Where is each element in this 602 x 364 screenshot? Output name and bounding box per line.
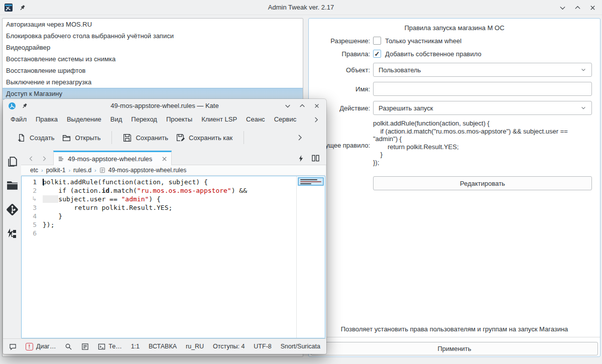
wheel-only-label: Только участникам wheel [385, 37, 461, 45]
chevron-right-icon: › [41, 167, 43, 173]
dictionary[interactable]: ru_RU [186, 343, 204, 350]
kate-titlebar[interactable]: 49-mos-appstore-wheel.rules — Kate [3, 99, 326, 113]
syntax-mode[interactable]: Snort/Suricata [281, 343, 320, 350]
input-mode[interactable]: ВСТАВКА [149, 343, 177, 350]
permission-label: Разрешение: [309, 37, 370, 45]
list-item[interactable]: Восстановление системы из снимка [3, 53, 303, 65]
breadcrumb-dir[interactable]: etc [30, 167, 38, 174]
divider [309, 337, 600, 337]
document-list-button[interactable] [81, 343, 89, 350]
menu-overflow-icon[interactable] [309, 116, 323, 123]
edit-button[interactable]: Редактировать [373, 176, 592, 190]
store-rules-panel[interactable]: Правила запуска магазина М ОС Разрешение… [308, 18, 600, 357]
kate-window-title: 49-mos-appstore-wheel.rules — Kate [3, 99, 326, 113]
menu-item[interactable]: Выделение [62, 114, 106, 125]
tab-prev-icon[interactable] [28, 156, 34, 162]
kate-window: 49-mos-appstore-wheel.rules — Kate ФайлП… [3, 99, 326, 354]
list-item[interactable]: Доступ к Магазину [3, 88, 303, 99]
menu-item[interactable]: Вид [106, 114, 127, 125]
document-icon [58, 156, 64, 162]
object-label: Объект: [309, 66, 370, 74]
name-input[interactable] [373, 82, 592, 96]
editor-lines: 1polkit.addRule(function(action, subject… [22, 176, 325, 237]
rules-label: Правила: [309, 50, 370, 58]
list-item[interactable]: Выключение и перезагрузка [3, 76, 303, 88]
menu-item[interactable]: Файл [6, 114, 31, 125]
kate-tabbar: 49-mos-appstore-wheel.rules [21, 151, 326, 165]
tab-rules-file[interactable]: 49-mos-appstore-wheel.rules [53, 151, 172, 165]
save-as-button[interactable]: Сохранить как [172, 131, 236, 145]
panel-title: Правила запуска магазина М ОС [309, 24, 600, 32]
diagnostics-button[interactable]: !Диаг… [26, 343, 56, 350]
menu-item[interactable]: Сервис [270, 114, 301, 125]
list-item[interactable]: Видеодрайвер [3, 42, 303, 53]
custom-rule-label: Добавить собственное правило [385, 50, 481, 58]
apply-button[interactable]: Применить [311, 342, 598, 355]
list-item[interactable]: Восстановление шрифтов [3, 65, 303, 76]
new-file-button[interactable]: Создать [13, 131, 58, 145]
panel-description: Позволяет установить права пользователям… [309, 325, 600, 333]
menu-item[interactable]: Переход [127, 114, 162, 125]
maximize-icon[interactable] [572, 2, 583, 13]
list-item[interactable]: Блокировка рабочего стола выбранной учёт… [3, 30, 303, 42]
output-panel-button[interactable] [9, 343, 17, 350]
save-button[interactable]: Сохранить [119, 131, 172, 145]
filesystem-icon[interactable] [6, 179, 19, 192]
menu-item[interactable]: Сеанс [242, 114, 270, 125]
warning-icon: ! [26, 343, 33, 350]
kate-statusbar: !Диаг… Те… 1:1 ВСТАВКА ru_RU Отступы: 4 … [3, 338, 326, 354]
minimize-icon[interactable] [557, 2, 568, 13]
menu-item[interactable]: Клиент LSP [197, 114, 242, 125]
tab-next-icon[interactable] [41, 156, 47, 162]
minimize-icon[interactable] [282, 100, 293, 111]
minimap-scrollbar[interactable] [296, 176, 325, 338]
menu-items: ФайлПравкаВыделениеВидПереходПроектыКлие… [6, 114, 301, 125]
kate-toolbar: Создать Открыть Сохранить Сохранить как [3, 126, 326, 149]
kate-breadcrumb: etc › polkit-1 › rules.d › 49-mos-appsto… [21, 165, 325, 175]
list-item[interactable]: Авторизация через MOS.RU [3, 19, 303, 30]
window-title: Admin Tweak ver. 2.17 [0, 0, 602, 15]
close-icon[interactable] [311, 100, 322, 111]
kate-tool-sidebar [3, 151, 21, 338]
wheel-only-checkbox[interactable] [373, 37, 381, 45]
breadcrumb-dir[interactable]: rules.d [73, 167, 91, 174]
minimap-viewport[interactable] [298, 177, 324, 186]
tab-close-icon[interactable] [162, 156, 167, 162]
quick-open-icon[interactable] [298, 155, 304, 162]
cursor-position[interactable]: 1:1 [131, 343, 140, 350]
indent-mode[interactable]: Отступы: 4 [213, 343, 245, 350]
close-icon[interactable] [587, 2, 598, 13]
code-editor[interactable]: 1polkit.addRule(function(action, subject… [21, 176, 325, 338]
documents-icon[interactable] [6, 156, 19, 168]
toolbar-overflow-icon[interactable] [296, 134, 303, 141]
maximize-icon[interactable] [297, 100, 308, 111]
file-icon [99, 167, 105, 173]
terminal-button[interactable]: Те… [98, 343, 122, 350]
menu-item[interactable]: Проекты [162, 114, 197, 125]
tab-label: 49-mos-appstore-wheel.rules [68, 155, 158, 163]
breadcrumb-file[interactable]: 49-mos-appstore-wheel.rules [108, 167, 186, 174]
current-rule-text: polkit.addRule(function(action, subject)… [373, 119, 594, 166]
custom-rule-checkbox[interactable] [373, 50, 381, 58]
chevron-right-icon: › [68, 167, 70, 173]
main-titlebar[interactable]: Admin Tweak ver. 2.17 [0, 0, 602, 15]
admin-tweak-window: Admin Tweak ver. 2.17 Авторизация через … [0, 0, 602, 364]
chevron-right-icon: › [94, 167, 96, 173]
divider [244, 131, 244, 144]
chevron-down-icon [580, 105, 586, 111]
open-file-button[interactable]: Открыть [58, 131, 104, 145]
chevron-down-icon [580, 67, 586, 73]
name-label: Имя: [309, 85, 370, 93]
action-select[interactable]: Разрешить запуск [373, 101, 592, 115]
external-tools-icon[interactable] [6, 227, 18, 239]
menu-item[interactable]: Правка [31, 114, 62, 125]
kate-menubar: ФайлПравкаВыделениеВидПереходПроектыКлие… [6, 113, 323, 126]
object-select[interactable]: Пользователь [373, 63, 592, 77]
git-icon[interactable] [6, 203, 19, 216]
breadcrumb-dir[interactable]: polkit-1 [46, 167, 66, 174]
encoding[interactable]: UTF-8 [254, 343, 271, 350]
split-view-icon[interactable] [312, 155, 319, 162]
search-button[interactable] [65, 343, 72, 350]
divider [111, 131, 112, 144]
